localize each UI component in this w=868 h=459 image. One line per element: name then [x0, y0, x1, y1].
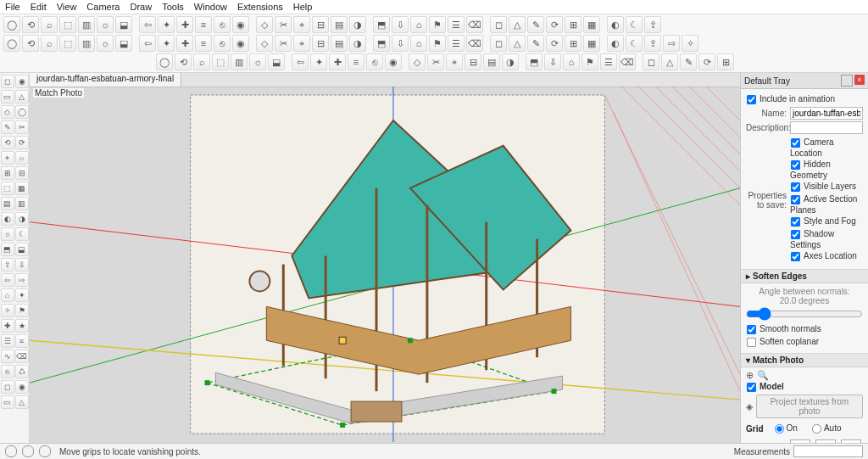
left-tool-30[interactable]: ✧: [1, 304, 14, 317]
left-tool-27[interactable]: ⇨: [15, 273, 29, 287]
prop-check-5[interactable]: [791, 230, 800, 239]
toolbar2-btn-25[interactable]: ◻: [643, 53, 659, 70]
toolbar0-btn-3[interactable]: ⬚: [59, 16, 76, 33]
left-tool-23[interactable]: ⬓: [15, 243, 29, 256]
include-in-animation-check[interactable]: [747, 95, 756, 104]
toolbar0-btn-10[interactable]: ≡: [195, 16, 212, 33]
left-tool-42[interactable]: ▭: [1, 395, 14, 409]
toolbar1-btn-5[interactable]: ☼: [97, 35, 114, 52]
toolbar2-btn-8[interactable]: ✦: [310, 53, 327, 70]
toolbar0-btn-4[interactable]: ▥: [78, 16, 95, 33]
left-tool-35[interactable]: ≡: [15, 334, 29, 348]
left-tool-10[interactable]: ⌖: [1, 151, 14, 165]
toolbar0-btn-1[interactable]: ⟲: [22, 16, 39, 33]
left-tool-24[interactable]: ⇪: [1, 258, 14, 271]
scene-name-input[interactable]: [790, 107, 863, 120]
toolbar0-btn-32[interactable]: ☾: [626, 16, 643, 33]
toolbar2-btn-21[interactable]: ⌂: [563, 53, 580, 70]
toolbar0-btn-21[interactable]: ⌂: [410, 16, 427, 33]
project-textures-button[interactable]: Project textures from photo: [756, 395, 863, 418]
left-tool-21[interactable]: ☾: [15, 227, 29, 241]
person-icon[interactable]: [39, 445, 51, 457]
toolbar1-btn-4[interactable]: ▥: [78, 35, 95, 52]
toolbar0-btn-18[interactable]: ◑: [349, 16, 366, 33]
chevron-down-icon[interactable]: ▾: [746, 355, 750, 365]
toolbar1-btn-24[interactable]: ⌫: [466, 35, 483, 52]
toolbar2-btn-3[interactable]: ⬚: [212, 53, 229, 70]
toolbar0-btn-23[interactable]: ☰: [448, 16, 465, 33]
toolbar0-btn-17[interactable]: ▤: [331, 16, 348, 33]
toolbar1-btn-3[interactable]: ⬚: [59, 35, 76, 52]
toolbar2-btn-5[interactable]: ☼: [249, 53, 266, 70]
toolbar0-btn-2[interactable]: ⌕: [41, 16, 58, 33]
left-tool-11[interactable]: ⌕: [15, 151, 29, 165]
left-tool-39[interactable]: ♺: [15, 365, 29, 378]
left-tool-4[interactable]: ◇: [1, 105, 14, 119]
prop-check-6[interactable]: [791, 252, 800, 261]
toolbar2-btn-22[interactable]: ⚑: [581, 53, 598, 70]
toolbar0-btn-25[interactable]: ◻: [490, 16, 507, 33]
toolbar1-btn-28[interactable]: ⟳: [546, 35, 563, 52]
toolbar0-btn-8[interactable]: ✦: [158, 16, 175, 33]
left-tool-28[interactable]: ⌂: [1, 288, 14, 302]
toolbar2-btn-23[interactable]: ☰: [600, 53, 617, 70]
left-tool-7[interactable]: ✂: [15, 120, 29, 134]
menu-view[interactable]: View: [57, 2, 77, 12]
left-tool-38[interactable]: ⎋: [1, 365, 14, 378]
toolbar1-btn-12[interactable]: ◉: [232, 35, 249, 52]
toolbar2-btn-1[interactable]: ⟲: [175, 53, 192, 70]
toolbar0-btn-30[interactable]: ▦: [583, 16, 600, 33]
left-tool-37[interactable]: ⌫: [15, 350, 29, 363]
match-photo-canvas[interactable]: [30, 87, 740, 442]
toolbar1-btn-27[interactable]: ✎: [527, 35, 544, 52]
toolbar2-btn-16[interactable]: ⊟: [465, 53, 481, 70]
toolbar1-btn-34[interactable]: ⇨: [663, 35, 680, 52]
menu-draw[interactable]: Draw: [130, 2, 152, 12]
grid-auto-radio[interactable]: [812, 424, 821, 434]
toolbar0-btn-7[interactable]: ⇦: [139, 16, 156, 33]
toolbar2-btn-17[interactable]: ▤: [483, 53, 500, 70]
left-tool-43[interactable]: △: [15, 395, 29, 409]
zoom-icon[interactable]: 🔍: [757, 371, 769, 380]
left-tool-22[interactable]: ⬒: [1, 243, 14, 256]
toolbar2-btn-26[interactable]: △: [661, 53, 678, 70]
toolbar1-btn-18[interactable]: ◑: [349, 35, 366, 52]
toolbar1-btn-8[interactable]: ✦: [158, 35, 175, 52]
grid-on-radio[interactable]: [775, 424, 784, 434]
left-tool-41[interactable]: ◉: [15, 380, 29, 394]
left-tool-20[interactable]: ☼: [1, 227, 14, 241]
menu-camera[interactable]: Camera: [86, 2, 120, 12]
prop-check-1[interactable]: [791, 160, 800, 170]
toolbar0-btn-15[interactable]: ⌖: [293, 16, 310, 33]
tray-pin-icon[interactable]: [841, 75, 853, 87]
toolbar2-btn-20[interactable]: ⇩: [544, 53, 561, 70]
scene-desc-input[interactable]: [790, 121, 863, 134]
credits-icon[interactable]: [22, 445, 34, 457]
left-tool-36[interactable]: ∿: [1, 350, 14, 363]
toolbar1-btn-0[interactable]: ◯: [3, 35, 20, 52]
toolbar1-btn-22[interactable]: ⚑: [429, 35, 446, 52]
toolbar1-btn-11[interactable]: ⎋: [214, 35, 231, 52]
toolbar2-btn-0[interactable]: ◯: [156, 53, 173, 70]
toolbar0-btn-26[interactable]: △: [509, 16, 526, 33]
toolbar1-btn-9[interactable]: ✚: [176, 35, 193, 52]
prop-check-4[interactable]: [791, 217, 800, 227]
toolbar0-btn-5[interactable]: ☼: [97, 16, 114, 33]
toolbar1-btn-6[interactable]: ⬓: [115, 35, 132, 52]
toolbar1-btn-2[interactable]: ⌕: [41, 35, 58, 52]
left-tool-6[interactable]: ✎: [1, 120, 14, 134]
toolbar1-btn-33[interactable]: ⇪: [644, 35, 661, 52]
toolbar0-btn-9[interactable]: ✚: [176, 16, 193, 33]
toolbar0-btn-11[interactable]: ⎋: [214, 16, 231, 33]
toolbar1-btn-20[interactable]: ⇩: [392, 35, 409, 52]
left-tool-1[interactable]: ◉: [15, 75, 29, 88]
chevron-down-icon[interactable]: ▸: [746, 271, 750, 281]
toolbar1-btn-13[interactable]: ◇: [256, 35, 273, 52]
toolbar0-btn-28[interactable]: ⟳: [546, 16, 563, 33]
left-tool-12[interactable]: ⊞: [1, 166, 14, 180]
toolbar2-btn-28[interactable]: ⟳: [698, 53, 715, 70]
menu-tools[interactable]: Tools: [162, 2, 184, 12]
toolbar1-btn-29[interactable]: ⊞: [565, 35, 581, 52]
toolbar1-btn-14[interactable]: ✂: [275, 35, 292, 52]
prop-check-0[interactable]: [791, 138, 800, 148]
